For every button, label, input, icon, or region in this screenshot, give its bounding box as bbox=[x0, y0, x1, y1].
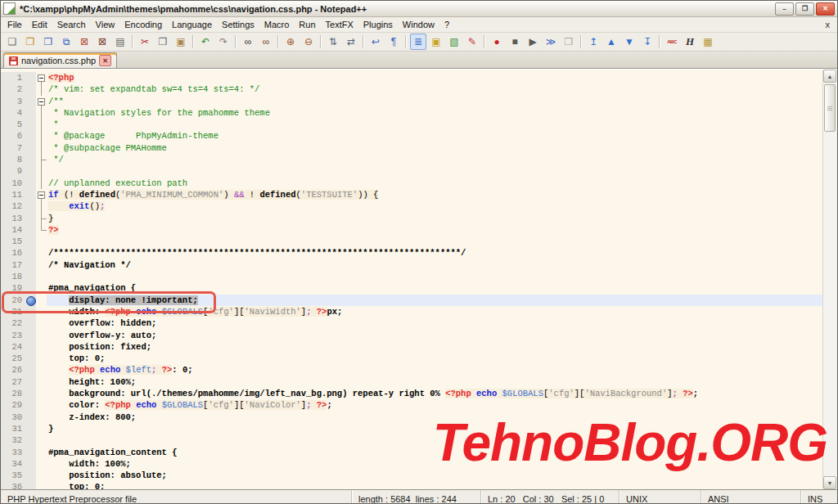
fold-margin[interactable] bbox=[36, 412, 47, 423]
editor-area[interactable]: 1<?php2/* vim: set expandtab sw=4 ts=4 s… bbox=[1, 69, 837, 489]
redo-icon[interactable]: ↷ bbox=[215, 34, 232, 50]
spell-check-icon[interactable]: ABC bbox=[664, 34, 680, 50]
code-line-content[interactable]: <?php echo $left; ?>: 0; bbox=[47, 364, 822, 376]
bookmark-margin[interactable] bbox=[25, 412, 36, 423]
scrollbar-thumb[interactable] bbox=[824, 84, 836, 132]
code-line[interactable]: 34 width: 100%; bbox=[1, 458, 822, 470]
line-number[interactable]: 26 bbox=[1, 364, 25, 376]
code-line[interactable]: 1<?php bbox=[1, 72, 822, 83]
bookmark-margin[interactable] bbox=[25, 189, 36, 200]
code-line[interactable]: 11if (! defined('PMA_MINIMUM_COMMON') &&… bbox=[1, 189, 822, 200]
save-all-icon[interactable]: ⧉ bbox=[58, 34, 74, 50]
tab-close-icon[interactable]: ✕ bbox=[99, 55, 111, 66]
tab-navigation-css-php[interactable]: navigation.css.php ✕ bbox=[3, 52, 117, 68]
code-line-content[interactable]: top: 0; bbox=[47, 353, 822, 364]
code-line[interactable]: 19#pma_navigation { bbox=[1, 282, 822, 294]
fold-margin[interactable] bbox=[36, 306, 47, 317]
code-line[interactable]: 26 <?php echo $left; ?>: 0; bbox=[1, 364, 822, 376]
fold-collapse-icon[interactable] bbox=[38, 191, 45, 199]
code-line[interactable]: 36 top: 0; bbox=[1, 481, 822, 489]
open-file-icon[interactable]: ❐ bbox=[22, 34, 38, 50]
line-number[interactable]: 20 bbox=[1, 295, 25, 306]
line-number[interactable]: 30 bbox=[1, 412, 25, 423]
code-line-content[interactable]: /* Navigation */ bbox=[47, 259, 822, 271]
bookmark-margin[interactable] bbox=[25, 481, 36, 489]
code-line-content[interactable]: width: <?php echo $GLOBALS['cfg']['NaviW… bbox=[47, 306, 822, 317]
textfx-top-icon[interactable]: ↥ bbox=[585, 34, 601, 50]
macro-stop-icon[interactable]: ■ bbox=[507, 34, 523, 50]
macro-save-icon[interactable]: ❒ bbox=[561, 34, 577, 50]
macro-record-icon[interactable]: ● bbox=[489, 34, 505, 50]
code-line[interactable]: 21 width: <?php echo $GLOBALS['cfg']['Na… bbox=[1, 306, 822, 317]
fold-margin[interactable] bbox=[36, 447, 47, 458]
code-line[interactable]: 10// unplanned execution path bbox=[1, 178, 822, 189]
fold-margin[interactable] bbox=[36, 399, 47, 411]
code-line-content[interactable]: * @subpackage PMAHomme bbox=[47, 142, 822, 154]
code-line[interactable]: 17/* Navigation */ bbox=[1, 259, 822, 271]
bookmark-margin[interactable] bbox=[25, 423, 36, 434]
code-line[interactable]: 25 top: 0; bbox=[1, 353, 822, 364]
code-line-content[interactable] bbox=[47, 165, 822, 177]
bookmark-margin[interactable] bbox=[25, 130, 36, 142]
code-line-content[interactable]: position: absolute; bbox=[47, 470, 822, 481]
line-number[interactable]: 5 bbox=[1, 119, 25, 130]
line-number[interactable]: 17 bbox=[1, 259, 25, 271]
copy-icon[interactable]: ❐ bbox=[155, 34, 171, 50]
line-number[interactable]: 29 bbox=[1, 399, 25, 411]
line-number[interactable]: 6 bbox=[1, 130, 25, 142]
line-number[interactable]: 25 bbox=[1, 353, 25, 364]
code-line-content[interactable]: exit(); bbox=[47, 200, 822, 212]
bookmark-margin[interactable] bbox=[25, 259, 36, 271]
code-line-content[interactable]: * Navigation styles for the pmahomme the… bbox=[47, 107, 822, 119]
bookmark-margin[interactable] bbox=[25, 447, 36, 458]
line-number[interactable]: 8 bbox=[1, 154, 25, 165]
menu-item-language[interactable]: Language bbox=[167, 18, 217, 31]
code-line-content[interactable]: width: 100%; bbox=[47, 458, 822, 470]
save-file-icon[interactable]: ❒ bbox=[40, 34, 56, 50]
line-number[interactable]: 24 bbox=[1, 341, 25, 353]
fold-margin[interactable] bbox=[36, 259, 47, 271]
sync-vertical-scroll-icon[interactable]: ⇅ bbox=[325, 34, 341, 50]
menu-item-encoding[interactable]: Encoding bbox=[119, 18, 167, 31]
code-line[interactable]: 22 overflow: hidden; bbox=[1, 317, 822, 329]
code-line-content[interactable]: // unplanned execution path bbox=[47, 178, 822, 189]
fold-margin[interactable] bbox=[36, 271, 47, 282]
code-line-content[interactable]: height: 100%; bbox=[47, 376, 822, 388]
bookmark-margin[interactable] bbox=[25, 72, 36, 83]
line-number[interactable]: 14 bbox=[1, 224, 25, 236]
macro-play-multiple-icon[interactable]: ≫ bbox=[543, 34, 559, 50]
code-line[interactable]: 27 height: 100%; bbox=[1, 376, 822, 388]
line-number[interactable]: 35 bbox=[1, 470, 25, 481]
code-line-content[interactable]: /** bbox=[47, 96, 822, 107]
bookmark-margin[interactable] bbox=[25, 282, 36, 294]
code-line[interactable]: 28 background: url(./themes/pmahomme/img… bbox=[1, 388, 822, 399]
bookmark-margin[interactable] bbox=[25, 376, 36, 388]
code-line-content[interactable] bbox=[47, 434, 822, 446]
code-line[interactable]: 14?> bbox=[1, 224, 822, 236]
code-line-content[interactable]: } bbox=[47, 213, 822, 224]
code-line[interactable]: 15 bbox=[1, 236, 822, 247]
fold-margin[interactable] bbox=[36, 434, 47, 446]
scroll-down-icon[interactable]: ▼ bbox=[823, 476, 836, 489]
code-line-content[interactable]: * @package PhpMyAdmin-theme bbox=[47, 130, 822, 142]
textfx-bottom-icon[interactable]: ↧ bbox=[639, 34, 656, 50]
document-monitor-icon[interactable]: ✎ bbox=[464, 34, 480, 50]
new-file-icon[interactable]: ❏ bbox=[4, 34, 20, 50]
fold-margin[interactable] bbox=[36, 224, 47, 236]
line-number[interactable]: 10 bbox=[1, 178, 25, 189]
line-number[interactable]: 9 bbox=[1, 165, 25, 177]
bookmark-margin[interactable] bbox=[25, 154, 36, 165]
code-line[interactable]: 24 position: fixed; bbox=[1, 341, 822, 353]
fold-margin[interactable] bbox=[36, 353, 47, 364]
code-line-content[interactable]: /* vim: set expandtab sw=4 ts=4 sts=4: *… bbox=[47, 83, 822, 95]
code-line[interactable]: 9 bbox=[1, 165, 822, 177]
bookmark-margin[interactable] bbox=[25, 306, 36, 317]
bookmark-margin[interactable] bbox=[25, 200, 36, 212]
line-number[interactable]: 22 bbox=[1, 317, 25, 329]
line-number[interactable]: 18 bbox=[1, 271, 25, 282]
menu-item-view[interactable]: View bbox=[91, 18, 120, 31]
code-line[interactable]: 33#pma_navigation_content { bbox=[1, 447, 822, 458]
code-line-content[interactable]: overflow-y: auto; bbox=[47, 330, 822, 341]
close-all-files-icon[interactable]: ⊠ bbox=[94, 34, 110, 50]
bookmark-margin[interactable] bbox=[25, 271, 36, 282]
